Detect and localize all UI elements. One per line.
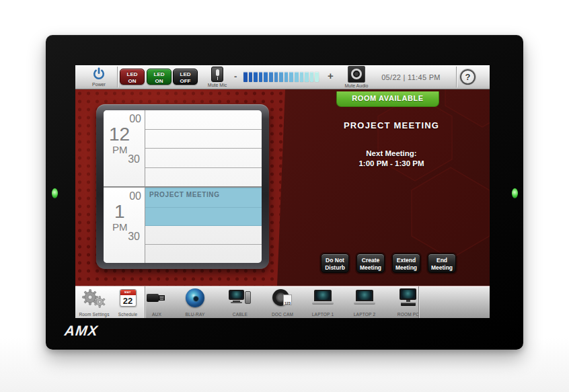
- extend-meeting-button[interactable]: Extend Meeting: [392, 253, 420, 273]
- dock-item-aux[interactable]: AUX: [138, 286, 176, 318]
- schedule-slot[interactable]: [145, 149, 262, 168]
- create-meeting-button[interactable]: Create Meeting: [356, 253, 385, 273]
- status-led-left: [52, 188, 58, 198]
- power-icon: [83, 67, 114, 81]
- event-title: PROJECT MEETING: [149, 191, 258, 198]
- led-button-label: OFF: [174, 78, 197, 85]
- calendar-day: 22: [120, 295, 136, 307]
- volume-segment: [279, 72, 283, 82]
- page-background: AMX Power LED ON: [0, 0, 569, 392]
- led-button-label: ON: [147, 78, 171, 85]
- dock-item-bluray[interactable]: BLU-RAY: [176, 286, 214, 318]
- dock-item-laptop-2[interactable]: LAPTOP 2: [346, 286, 383, 318]
- minute-label: 00: [129, 113, 141, 125]
- meeting-actions: Do Not Disturb Create Meeting Extend Mee…: [321, 253, 456, 273]
- minute-label: 30: [128, 231, 140, 243]
- volume-segment: [305, 72, 309, 82]
- led-button-label: LED: [147, 71, 171, 78]
- slot-column: PROJECT MEETING: [145, 188, 262, 264]
- volume-segment: [289, 72, 293, 82]
- dock-item-label: LAPTOP 2: [346, 312, 383, 317]
- volume-segment: [249, 72, 253, 82]
- bluray-disc-icon: [176, 286, 214, 309]
- mute-mic-button[interactable]: Mute Mic: [206, 67, 229, 87]
- dock-item-label: CABLE: [221, 312, 259, 317]
- dock-item-cable[interactable]: CABLE: [221, 286, 259, 318]
- button-label: Meeting: [357, 264, 384, 272]
- power-label: Power: [83, 82, 114, 87]
- aux-input-icon: [138, 286, 176, 309]
- gears-icon: [75, 286, 113, 309]
- mute-mic-label: Mute Mic: [206, 83, 229, 87]
- volume-segment: [274, 72, 278, 82]
- hour-block-1pm: 00 1 PM 30 PROJECT: [104, 188, 262, 264]
- dock-items: Room Settings MAY 22 Schedule: [75, 286, 418, 318]
- desktop-pc-icon: [389, 286, 418, 309]
- schedule-slot[interactable]: [145, 226, 262, 245]
- schedule-slot[interactable]: [145, 110, 262, 130]
- do-not-disturb-button[interactable]: Do Not Disturb: [321, 253, 349, 273]
- volume-segment: [284, 72, 289, 82]
- volume-segment: [269, 72, 273, 82]
- power-button[interactable]: Power: [83, 67, 114, 87]
- meeting-info-zone: PROJECT MEETING Next Meeting: 1:00 PM - …: [297, 89, 486, 251]
- speaker-icon: [348, 66, 365, 83]
- cable-tv-icon: [221, 286, 259, 309]
- scheduled-event[interactable]: PROJECT MEETING: [145, 188, 262, 226]
- schedule-slot[interactable]: [145, 168, 262, 188]
- schedule-slot[interactable]: [145, 130, 262, 149]
- mute-audio-label: Mute Audio: [340, 83, 373, 88]
- dock-item-room-settings[interactable]: Room Settings: [75, 286, 113, 318]
- dock-item-label: LAPTOP 1: [304, 312, 342, 317]
- toolbar-divider: [117, 67, 118, 87]
- volume-segment: [300, 72, 304, 82]
- button-label: Create: [357, 257, 384, 264]
- volume-up-button[interactable]: +: [328, 70, 334, 81]
- volume-segment: [243, 72, 248, 82]
- hour-number: 12: [109, 124, 130, 145]
- button-label: End: [428, 257, 455, 264]
- dock-item-laptop-1[interactable]: LAPTOP 1: [304, 286, 342, 318]
- microphone-icon: [211, 67, 223, 82]
- schedule-panel: 00 12 PM 30: [96, 104, 269, 269]
- volume-segment: [254, 72, 258, 82]
- led-on-green-button[interactable]: LED ON: [147, 69, 172, 85]
- volume-segment: [259, 72, 263, 82]
- hour-ampm: PM: [112, 144, 128, 155]
- volume-level-bar[interactable]: [243, 71, 319, 82]
- dock-item-doc-cam[interactable]: 123 DOC CAM: [264, 286, 301, 318]
- dock-item-room-pc[interactable]: ROOM PC: [389, 286, 418, 318]
- touch-screen: Power LED ON LED ON LED OFF: [75, 65, 490, 318]
- volume-down-button[interactable]: -: [234, 71, 237, 81]
- led-off-button[interactable]: LED OFF: [173, 69, 198, 85]
- volume-segment: [295, 72, 299, 82]
- mute-audio-button[interactable]: Mute Audio: [340, 66, 373, 88]
- dock-item-label: BLU-RAY: [176, 312, 214, 317]
- dock-item-label: DOC CAM: [264, 312, 301, 317]
- main-content: 00 12 PM 30: [75, 89, 490, 286]
- dock-divider: [418, 286, 419, 318]
- toolbar-divider: [456, 67, 457, 87]
- schedule-grid: 00 12 PM 30: [104, 110, 262, 263]
- volume-segment: [264, 72, 268, 82]
- dock-item-label: ROOM PC: [389, 312, 418, 317]
- led-button-label: LED: [120, 71, 144, 78]
- dock-item-label: Room Settings: [75, 312, 113, 317]
- top-toolbar: Power LED ON LED ON LED OFF: [75, 65, 490, 89]
- amx-logo: AMX: [64, 323, 99, 339]
- hour-block-12pm: 00 12 PM 30: [104, 110, 262, 188]
- help-button[interactable]: ?: [460, 69, 476, 85]
- volume-segment: [315, 72, 319, 82]
- date-time-display: 05/22 | 11:45 PM: [371, 73, 451, 81]
- calendar-month: MAY: [120, 290, 136, 295]
- next-meeting-time: 1:00 PM - 1:30 PM: [297, 159, 486, 167]
- schedule-slot[interactable]: [145, 245, 262, 263]
- button-label: Meeting: [428, 264, 455, 272]
- led-on-red-button[interactable]: LED ON: [120, 69, 145, 85]
- slot-column: [145, 110, 262, 186]
- button-label: Do Not: [321, 257, 348, 264]
- end-meeting-button[interactable]: End Meeting: [428, 253, 456, 273]
- status-led-right: [512, 188, 518, 198]
- led-button-label: ON: [120, 78, 144, 85]
- touch-panel-bezel: AMX Power LED ON: [46, 35, 523, 350]
